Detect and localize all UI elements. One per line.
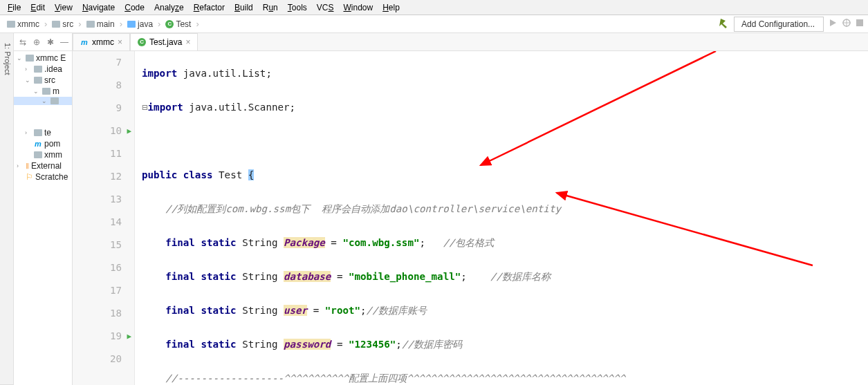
- tree-node[interactable]: ⌄m: [14, 86, 72, 97]
- line-number: 12: [73, 165, 122, 188]
- select-target-icon[interactable]: ⊕: [32, 37, 41, 47]
- tree-arrow-icon: [25, 151, 32, 158]
- svg-rect-3: [856, 19, 863, 26]
- menu-help[interactable]: Help: [378, 3, 405, 12]
- tree-node[interactable]: ›te: [14, 127, 72, 138]
- tool-window-stripe-left: 1: Project 2: Favorites: [0, 33, 14, 385]
- tree-arrow-icon: ›: [25, 66, 32, 73]
- tree-label: .idea: [44, 64, 62, 74]
- menu-edit[interactable]: Edit: [26, 3, 50, 12]
- line-number: 13: [73, 188, 122, 211]
- line-number: 16: [73, 256, 122, 279]
- menu-vcs[interactable]: VCS: [312, 3, 339, 12]
- folder-icon: [127, 21, 136, 28]
- line-number: 19: [73, 325, 122, 348]
- tree-node[interactable]: ⌄src: [14, 75, 72, 86]
- run-configuration-selector[interactable]: Add Configuration...: [734, 17, 824, 32]
- menu-file[interactable]: File: [3, 3, 26, 12]
- settings-icon[interactable]: ✱: [46, 37, 55, 47]
- breadcrumb-root[interactable]: xmmc: [4, 18, 42, 30]
- menu-tools[interactable]: Tools: [283, 3, 312, 12]
- tree-node[interactable]: ›⫴External: [14, 160, 72, 171]
- collapse-icon[interactable]: ⇆: [18, 37, 28, 47]
- editor-area: mxmmc× CTest.java× 789101112131415161718…: [73, 33, 868, 385]
- code-editor[interactable]: 7891011121314151617181920 import import …: [73, 51, 868, 385]
- tree-arrow-icon: [17, 173, 24, 180]
- breadcrumb-label: src: [62, 19, 73, 29]
- tree-node[interactable]: mpom: [14, 138, 72, 149]
- line-number: 18: [73, 302, 122, 325]
- breadcrumb-test[interactable]: CTest: [163, 18, 194, 30]
- hide-icon[interactable]: —: [59, 37, 69, 47]
- line-number: 11: [73, 142, 122, 165]
- folder-icon: [34, 151, 42, 158]
- build-icon[interactable]: [719, 17, 730, 30]
- tab-xmmc[interactable]: mxmmc×: [73, 33, 130, 50]
- line-number: 15: [73, 234, 122, 256]
- breadcrumb-label: xmmc: [17, 19, 39, 29]
- tree-node[interactable]: ›.idea: [14, 64, 72, 75]
- chevron-right-icon: ›: [44, 19, 47, 29]
- tree-label: te: [44, 128, 51, 138]
- run-icon[interactable]: [828, 18, 838, 30]
- menu-bar: File Edit View Navigate Code Analyze Ref…: [0, 0, 868, 15]
- tree-node[interactable]: xmm: [14, 149, 72, 160]
- code-content[interactable]: import import java.util.List;java.util.L…: [135, 51, 868, 385]
- tree-node[interactable]: ⌄xmmc E: [14, 53, 72, 64]
- menu-run[interactable]: Run: [258, 3, 283, 12]
- editor-gutter: 7891011121314151617181920: [73, 51, 135, 385]
- line-number: 8: [73, 74, 122, 97]
- menu-window[interactable]: Window: [338, 3, 378, 12]
- breadcrumb-java[interactable]: java: [124, 18, 156, 30]
- line-number: 9: [73, 97, 122, 120]
- tree-label: pom: [44, 139, 60, 149]
- tool-window-button-favorites[interactable]: 2: Favorites: [0, 259, 2, 385]
- tree-node[interactable]: ⌄: [14, 97, 72, 105]
- folder-icon: [50, 97, 59, 104]
- tree-label: Scratche: [35, 172, 68, 182]
- breadcrumb-label: Test: [176, 19, 191, 29]
- breadcrumb-main[interactable]: main: [84, 18, 118, 30]
- line-number: 10: [73, 120, 122, 142]
- tree-label: src: [44, 75, 55, 85]
- tree-arrow-icon: ⌄: [33, 88, 40, 95]
- menu-build[interactable]: Build: [230, 3, 258, 12]
- tree-label: m: [53, 86, 59, 96]
- close-icon[interactable]: ×: [185, 37, 190, 47]
- folder-icon: [52, 21, 60, 28]
- library-icon: ⫴: [26, 161, 29, 171]
- debug-icon[interactable]: [842, 18, 851, 30]
- tree-arrow-icon: ›: [17, 162, 24, 169]
- chevron-right-icon: ›: [196, 19, 198, 29]
- line-number: 7: [73, 51, 122, 74]
- tree-arrow-icon: [25, 140, 32, 147]
- tree-node[interactable]: ⚐Scratche: [14, 171, 72, 182]
- stop-icon[interactable]: [856, 19, 864, 29]
- line-number: 20: [73, 348, 122, 370]
- tree-node: [14, 105, 72, 116]
- navigation-bar: xmmc › src › main › java › CTest › Add C…: [0, 15, 868, 33]
- menu-code[interactable]: Code: [120, 3, 149, 12]
- breadcrumb-label: main: [97, 19, 115, 29]
- folder-icon: [42, 88, 50, 95]
- folder-icon: [34, 77, 42, 84]
- project-toolbar: ⇆ ⊕ ✱ —: [14, 33, 72, 51]
- maven-icon: m: [34, 140, 42, 148]
- menu-analyze[interactable]: Analyze: [149, 3, 189, 12]
- tree-arrow-icon: ⌄: [41, 97, 48, 104]
- editor-tabs: mxmmc× CTest.java×: [73, 33, 868, 51]
- folder-icon: [7, 21, 15, 28]
- menu-navigate[interactable]: Navigate: [77, 3, 120, 12]
- line-number: 14: [73, 211, 122, 234]
- tree-arrow-icon: ›: [25, 129, 32, 136]
- breadcrumb: xmmc › src › main › java › CTest ›: [4, 18, 200, 30]
- chevron-right-icon: ›: [120, 19, 122, 29]
- breadcrumb-src[interactable]: src: [49, 18, 76, 30]
- menu-view[interactable]: View: [50, 3, 77, 12]
- tab-test-java[interactable]: CTest.java×: [130, 33, 198, 50]
- close-icon[interactable]: ×: [118, 37, 122, 47]
- project-tree[interactable]: ⌄xmmc E›.idea⌄src⌄m⌄ ›te mpom xmm›⫴Exter…: [14, 51, 72, 184]
- tool-window-button-project[interactable]: 1: Project: [2, 37, 13, 385]
- menu-refactor[interactable]: Refactor: [189, 3, 230, 12]
- line-number: 17: [73, 279, 122, 302]
